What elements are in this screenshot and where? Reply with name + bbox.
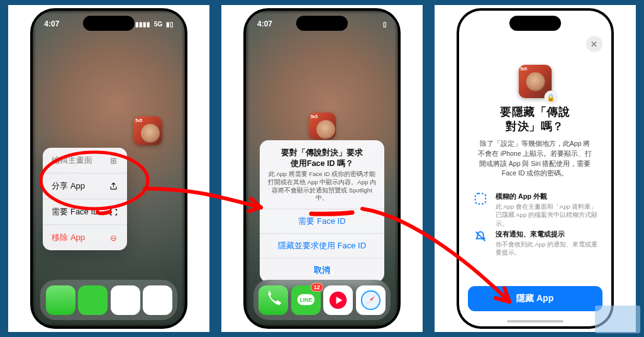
corner-watermark (595, 306, 640, 333)
menu-item-faceid[interactable]: 需要 Face ID (43, 199, 127, 224)
faceid-alert: 要對「傳說對決」要求 使用Face ID 嗎？ 此 App 將需要 Face I… (260, 140, 384, 282)
dynamic-island (83, 16, 135, 31)
app-corner-tag: 5v5 (135, 118, 142, 123)
svg-rect-8 (475, 194, 486, 204)
svg-text:LINE: LINE (299, 297, 312, 303)
dock-ytmusic[interactable] (323, 285, 353, 315)
sheet-title: 要隱藏「傳說 對決」嗎？ (470, 105, 600, 133)
close-button[interactable]: ✕ (586, 36, 602, 52)
feature-desc: 你不會收到此 App 的通知、來電或重要提示。 (496, 240, 600, 257)
signal-icon: ▮▮▮▮ (135, 21, 150, 28)
faceid-icon (109, 207, 118, 217)
menu-item-edit[interactable]: 編輯主畫面 ⊞ (43, 148, 127, 173)
line-badge: 12 (311, 283, 323, 292)
feature-desc: 此 App 會在主畫面和「App 資料庫」已隱藏 App 的檔案夾中以模糊方式顯… (496, 202, 600, 228)
menu-label: 需要 Face ID (52, 206, 99, 218)
phone-frame-3: ✕ 5v5 🔒 要隱藏「傳說 對決」嗎？ 除了「設定」等幾個地方，此App 將不… (457, 9, 613, 328)
alert-title: 要對「傳說對決」要求 使用Face ID 嗎？ (260, 140, 384, 170)
status-time: 4:07 (44, 19, 59, 28)
app-icon-game[interactable]: 5v5 (133, 116, 162, 145)
hide-app-sheet: ✕ 5v5 🔒 要隱藏「傳說 對決」嗎？ 除了「設定」等幾個地方，此App 將不… (459, 11, 611, 326)
dock-line[interactable]: LINE12 (291, 285, 321, 315)
battery-icon: ▯ (383, 21, 387, 28)
dock-phone[interactable] (46, 285, 75, 315)
alert-button-require-faceid[interactable]: 需要 Face ID (260, 209, 384, 233)
dynamic-island (296, 16, 348, 31)
status-time: 4:07 (257, 19, 272, 28)
remove-icon: ⊖ (109, 233, 118, 243)
menu-item-share[interactable]: 分享 App (43, 173, 127, 199)
menu-label: 編輯主畫面 (52, 155, 92, 166)
hide-app-button[interactable]: 隱藏 App (468, 286, 602, 311)
menu-label: 分享 App (52, 180, 85, 192)
phone-frame-2: 4:07 ▯ 5v5 要對「傳說對決」要求 使用Face ID 嗎？ 此 App… (244, 9, 400, 328)
dock-phone[interactable] (258, 285, 288, 315)
dock-safari[interactable] (356, 285, 386, 315)
share-icon (109, 182, 118, 191)
dock (40, 280, 177, 320)
dock: LINE12 (253, 280, 391, 320)
sheet-subtitle: 除了「設定」等幾個地方，此App 將不會在 iPhone 上顯示。若要顯示、打開… (477, 139, 594, 179)
feature-title: 模糊的 App 外觀 (496, 192, 600, 201)
feature-blurred: 模糊的 App 外觀此 App 會在主畫面和「App 資料庫」已隱藏 App 的… (473, 192, 600, 228)
menu-item-remove[interactable]: 移除 App ⊖ (43, 224, 127, 250)
menu-label: 移除 App (52, 232, 85, 243)
edit-icon: ⊞ (109, 156, 118, 165)
alert-button-hide-and-require[interactable]: 隱藏並要求使用 Face ID (260, 233, 384, 258)
home-indicator[interactable] (507, 320, 564, 323)
blurred-app-icon (473, 192, 488, 228)
dock-ytmusic[interactable] (111, 285, 140, 315)
alert-body: 此 App 將需要 Face ID 或你的密碼才能打開或在其他 App 中顯示內… (260, 170, 384, 209)
lock-icon: 🔒 (544, 91, 558, 104)
dock-safari[interactable] (143, 285, 172, 315)
app-icon-game[interactable]: 5v5 (309, 113, 336, 140)
dynamic-island (509, 16, 561, 31)
bell-slash-icon (473, 229, 488, 257)
dock-line[interactable] (78, 285, 108, 315)
battery-icon: ▮▯ (166, 21, 174, 28)
context-menu: 編輯主畫面 ⊞ 分享 App 需要 Face ID (43, 148, 127, 250)
phone-frame-1: 4:07 ▮▮▮▮5G▮▯ 5v5 編輯主畫面 ⊞ 分享 App (31, 9, 187, 328)
close-icon: ✕ (591, 40, 597, 49)
sheet-app-icon: 5v5 🔒 (518, 65, 552, 98)
feature-title: 沒有通知、來電或提示 (496, 229, 600, 239)
alert-button-cancel[interactable]: 取消 (260, 258, 384, 282)
page-dots (246, 272, 398, 275)
feature-no-notify: 沒有通知、來電或提示你不會收到此 App 的通知、來電或重要提示。 (473, 229, 600, 257)
network-label: 5G (154, 21, 162, 28)
